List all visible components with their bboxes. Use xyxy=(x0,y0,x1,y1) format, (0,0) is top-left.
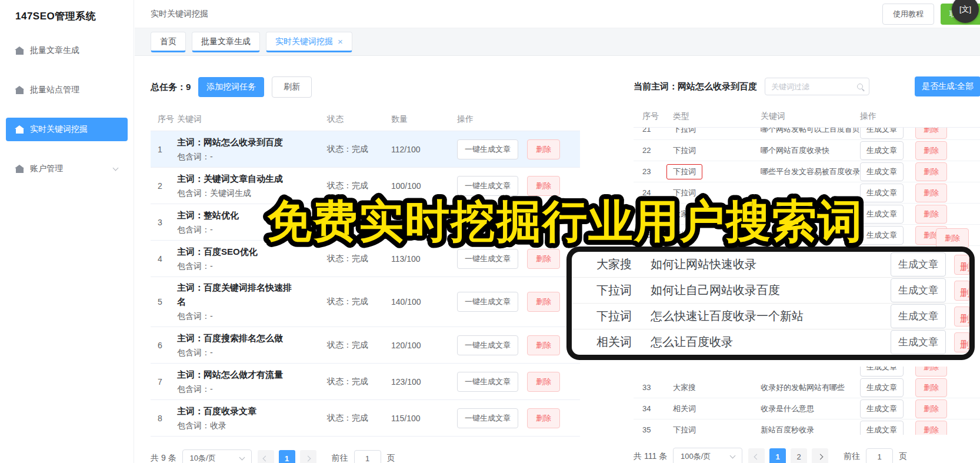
col-status: 状态 xyxy=(327,114,391,125)
chevron-right-icon xyxy=(817,454,823,459)
page-size-select[interactable]: 100条/页 xyxy=(673,448,742,463)
main-keyword: 主词：整站优化 xyxy=(177,208,327,222)
table-row: 5主词：百度关键词排名快速排 名包含词：-状态：完成140/100一键生成文章删… xyxy=(151,277,580,327)
generate-article-button[interactable]: 生成文章 xyxy=(860,184,904,202)
sidebar-item-account[interactable]: 账户管理 xyxy=(6,157,128,181)
status-cell: 状态：完成 xyxy=(327,377,391,387)
keyword-filter-input[interactable] xyxy=(771,82,857,91)
tab-keyword-mining[interactable]: 实时关键词挖掘× xyxy=(266,32,352,52)
delete-button-fragment[interactable]: 删除 xyxy=(936,228,969,248)
next-page-button[interactable] xyxy=(812,448,828,463)
prev-page-button[interactable] xyxy=(748,448,765,463)
goto-label: 前往 xyxy=(332,453,348,463)
page-number-button[interactable]: 1 xyxy=(279,450,295,463)
delete-button[interactable]: 删除 xyxy=(527,372,560,392)
tasks-page-list: 1 xyxy=(279,450,295,463)
delete-button[interactable]: 删除 xyxy=(915,378,947,397)
delete-button[interactable]: 删除 xyxy=(954,281,969,301)
delete-button[interactable]: 删除 xyxy=(527,408,560,428)
tasks-page-controls: 1 xyxy=(258,450,316,463)
delete-button[interactable]: 删除 xyxy=(954,332,969,352)
generate-article-button[interactable]: 一键生成文章 xyxy=(457,408,518,428)
chevron-down-icon xyxy=(730,453,736,459)
actions-cell: 一键生成文章删除 xyxy=(457,335,580,355)
delete-button[interactable]: 删除 xyxy=(915,162,947,181)
goto-page-input[interactable] xyxy=(354,450,381,463)
delete-button[interactable]: 删除 xyxy=(915,399,947,418)
generate-article-button[interactable]: 生成文章 xyxy=(860,421,904,435)
page-size-select[interactable]: 10条/页 xyxy=(182,449,252,463)
prev-page-button[interactable] xyxy=(258,450,274,463)
delete-button[interactable]: 删除 xyxy=(915,205,947,224)
sidebar-item-keyword-mining[interactable]: 实时关键词挖掘 xyxy=(6,118,128,141)
actions-cell: 一键生成文章删除 xyxy=(457,212,580,232)
tab-label: 批量文章生成 xyxy=(201,36,251,47)
delete-button[interactable]: 删除 xyxy=(915,421,947,435)
type-label: 大家搜 xyxy=(673,209,696,218)
generate-article-button[interactable]: 生成文章 xyxy=(860,205,904,224)
type-label: 下拉词 xyxy=(596,282,651,298)
generate-all-button[interactable]: 是否生成:全部 xyxy=(915,76,980,96)
count-cell: 123/100 xyxy=(391,377,457,387)
tab-home[interactable]: 首页 xyxy=(151,32,186,52)
delete-button[interactable]: 删除 xyxy=(954,307,969,327)
generate-article-button[interactable]: 一键生成文章 xyxy=(457,292,518,312)
app-logo: 147SEO管理系统 xyxy=(0,0,134,23)
help-button[interactable]: 使用教程 xyxy=(882,4,934,25)
col-no: 序号 xyxy=(634,111,662,122)
generate-article-button[interactable]: 一键生成文章 xyxy=(457,372,518,392)
sidebar-item-label: 批量站点管理 xyxy=(30,85,79,95)
actions-cell: 生成文章删除 xyxy=(860,378,980,397)
delete-button[interactable]: 删除 xyxy=(527,292,560,312)
generate-article-button[interactable]: 生成文章 xyxy=(891,304,946,328)
generate-article-button[interactable]: 生成文章 xyxy=(860,399,904,418)
generate-article-button[interactable]: 生成文章 xyxy=(860,128,904,139)
delete-button[interactable]: 删除 xyxy=(915,367,947,377)
generate-article-button[interactable]: 一键生成文章 xyxy=(457,335,518,355)
generate-article-button[interactable]: 生成文章 xyxy=(860,141,904,160)
row-index: 6 xyxy=(151,341,177,350)
tab-bar: 首页批量文章生成实时关键词挖掘× xyxy=(135,28,980,56)
delete-button[interactable]: 删除 xyxy=(954,255,969,275)
delete-button[interactable]: 删除 xyxy=(915,141,947,160)
close-icon[interactable]: × xyxy=(338,39,343,45)
goto-page-input[interactable] xyxy=(866,448,893,463)
generate-article-button[interactable]: 生成文章 xyxy=(860,378,904,397)
delete-button[interactable]: 删除 xyxy=(915,184,947,202)
table-row: 25大家搜生成文章删除 xyxy=(634,204,980,225)
generate-article-button[interactable]: 生成文章 xyxy=(860,367,904,377)
table-row: 3主词：整站优化包含词：-状态：完成一键生成文章删除 xyxy=(151,204,580,241)
delete-button[interactable]: 删除 xyxy=(527,176,560,196)
add-task-button[interactable]: 添加挖词任务 xyxy=(198,77,264,97)
row-index: 26 xyxy=(634,231,662,239)
col-actions: 操作 xyxy=(457,114,580,125)
type-label: 大家搜 xyxy=(596,257,651,272)
page-number-button[interactable]: 2 xyxy=(791,448,807,463)
sidebar-item-batch-article[interactable]: 批量文章生成 xyxy=(6,39,128,62)
generate-article-button[interactable]: 生成文章 xyxy=(891,330,946,354)
delete-button[interactable]: 删除 xyxy=(915,128,947,139)
row-index: 2 xyxy=(151,181,177,191)
generate-article-button[interactable]: 生成文章 xyxy=(891,278,946,302)
next-page-button[interactable] xyxy=(300,450,316,463)
tab-label: 首页 xyxy=(160,36,176,47)
delete-button[interactable]: 删除 xyxy=(527,335,560,355)
generate-article-button[interactable]: 一键生成文章 xyxy=(457,139,518,159)
delete-button[interactable]: 删除 xyxy=(527,249,560,269)
actions-cell: 生成文章删除 xyxy=(860,421,980,435)
actions-cell: 一键生成文章删除 xyxy=(457,249,580,269)
generate-article-button[interactable]: 一键生成文章 xyxy=(457,176,518,196)
refresh-button[interactable]: 刷新 xyxy=(272,76,312,98)
page-number-button[interactable]: 1 xyxy=(769,448,786,463)
delete-button[interactable]: 删除 xyxy=(527,212,560,232)
generate-article-button[interactable]: 一键生成文章 xyxy=(457,212,518,232)
type-label: 大家搜 xyxy=(673,383,696,392)
generate-article-button[interactable]: 生成文章 xyxy=(891,252,946,277)
generate-article-button[interactable]: 一键生成文章 xyxy=(457,249,518,269)
delete-button[interactable]: 删除 xyxy=(527,139,560,159)
tab-batch-article[interactable]: 批量文章生成 xyxy=(192,32,260,52)
table-row: 22下拉词哪个网站百度收录快生成文章删除 xyxy=(634,140,980,161)
generate-article-button[interactable]: 生成文章 xyxy=(860,226,904,245)
sidebar-item-batch-site[interactable]: 批量站点管理 xyxy=(6,78,128,102)
generate-article-button[interactable]: 生成文章 xyxy=(860,162,904,181)
